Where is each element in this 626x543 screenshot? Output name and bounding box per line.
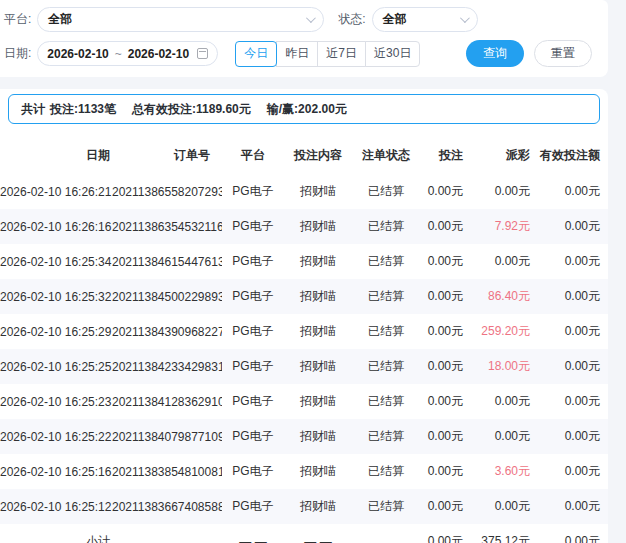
footer-valid-total: 0.00元 <box>532 533 608 543</box>
summary-valid-bets: 总有效投注:1189.60元 <box>132 101 251 118</box>
cell-valid-bet-amount: 0.00元 <box>532 393 608 410</box>
header-platform: 平台 <box>222 147 284 164</box>
cell-platform: PG电子 <box>222 183 284 200</box>
cell-platform: PG电子 <box>222 498 284 515</box>
quick-button-today[interactable]: 今日 <box>235 41 277 67</box>
cell-platform: PG电子 <box>222 428 284 445</box>
table-row: 2026-02-10 16:25:16 2021138385481008128 … <box>0 454 608 489</box>
cell-order-number: 2021138635453211648 <box>112 220 222 234</box>
quick-button-last7days[interactable]: 近7日 <box>317 41 366 67</box>
cell-payout: 0.00元 <box>468 393 532 410</box>
header-bet-status: 注单状态 <box>352 147 420 164</box>
cell-order-number: 2021138412836291072 <box>112 395 222 409</box>
table-row: 2026-02-10 16:25:25 2021138423342983168 … <box>0 349 608 384</box>
cell-bet-content: 招财喵 <box>284 218 352 235</box>
cell-payout: 0.00元 <box>468 183 532 200</box>
summary-total-bets-label: 投注: <box>50 102 78 116</box>
summary-bar: 共计 投注:1133笔 总有效投注:1189.60元 输/赢:202.00元 <box>8 94 600 124</box>
cell-bet-status: 已结算 <box>352 288 420 305</box>
cell-date: 2026-02-10 16:25:23 <box>0 395 112 409</box>
quick-button-yesterday[interactable]: 昨日 <box>276 41 318 67</box>
cell-payout: 3.60元 <box>468 463 532 480</box>
header-bet-content: 投注内容 <box>284 147 352 164</box>
cell-order-number: 2021138385481008128 <box>112 465 222 479</box>
cell-valid-bet-amount: 0.00元 <box>532 183 608 200</box>
footer-content-dash: — — <box>284 535 352 543</box>
cell-bet-content: 招财喵 <box>284 183 352 200</box>
footer-subtotal-label: 小计 <box>0 533 112 543</box>
summary-win-loss-label: 输/赢: <box>267 102 298 116</box>
cell-valid-bet-amount: 0.00元 <box>532 288 608 305</box>
cell-valid-bet-amount: 0.00元 <box>532 463 608 480</box>
cell-platform: PG电子 <box>222 463 284 480</box>
chevron-down-icon <box>306 13 316 23</box>
cell-date: 2026-02-10 16:25:16 <box>0 465 112 479</box>
summary-valid-bets-value: 1189.60元 <box>196 102 251 116</box>
footer-platform-dash: — — <box>222 535 284 543</box>
cell-valid-bet-amount: 0.00元 <box>532 498 608 515</box>
status-select-value: 全部 <box>383 11 407 28</box>
cell-date: 2026-02-10 16:25:25 <box>0 360 112 374</box>
table-header-row: 日期 订单号 平台 投注内容 注单状态 投注 派彩 有效投注额 <box>0 136 608 174</box>
footer-payout-total: 375.12元 <box>468 533 532 543</box>
date-start-value: 2026-02-10 <box>47 47 108 61</box>
table-row: 2026-02-10 16:25:32 2021138450022989315 … <box>0 279 608 314</box>
cell-platform: PG电子 <box>222 393 284 410</box>
cell-date: 2026-02-10 16:26:21 <box>0 185 112 199</box>
cell-bet-status: 已结算 <box>352 498 420 515</box>
date-range-picker[interactable]: 2026-02-10 ~ 2026-02-10 <box>37 41 218 66</box>
summary-total-bets: 投注:1133笔 <box>50 101 116 118</box>
table-row: 2026-02-10 16:26:16 2021138635453211648 … <box>0 209 608 244</box>
quick-button-last30days[interactable]: 近30日 <box>365 41 420 67</box>
table-row: 2026-02-10 16:26:21 2021138655820729344 … <box>0 174 608 209</box>
platform-select[interactable]: 全部 <box>37 7 324 32</box>
cell-bet-amount: 0.00元 <box>420 218 468 235</box>
summary-total-bets-value: 1133笔 <box>78 102 116 116</box>
cell-platform: PG电子 <box>222 288 284 305</box>
platform-label: 平台: <box>4 11 31 28</box>
cell-date: 2026-02-10 16:25:12 <box>0 500 112 514</box>
cell-valid-bet-amount: 0.00元 <box>532 358 608 375</box>
header-bet-amount: 投注 <box>420 147 468 164</box>
cell-bet-status: 已结算 <box>352 323 420 340</box>
table-row: 2026-02-10 16:25:34 2021138461544761345 … <box>0 244 608 279</box>
cell-bet-amount: 0.00元 <box>420 183 468 200</box>
cell-bet-amount: 0.00元 <box>420 428 468 445</box>
cell-bet-content: 招财喵 <box>284 288 352 305</box>
header-valid-bet-amount: 有效投注额 <box>532 147 608 164</box>
cell-valid-bet-amount: 0.00元 <box>532 253 608 270</box>
cell-date: 2026-02-10 16:25:29 <box>0 325 112 339</box>
reset-button[interactable]: 重置 <box>534 40 592 67</box>
status-label: 状态: <box>338 11 365 28</box>
summary-prefix: 共计 <box>21 101 45 118</box>
status-select[interactable]: 全部 <box>372 7 478 32</box>
cell-payout: 86.40元 <box>468 288 532 305</box>
cell-payout: 0.00元 <box>468 253 532 270</box>
table-body: 2026-02-10 16:26:21 2021138655820729344 … <box>0 174 608 524</box>
filter-row-2: 日期: 2026-02-10 ~ 2026-02-10 今日 昨日 近7日 近3… <box>4 40 600 67</box>
table-row: 2026-02-10 16:25:22 2021138407987710976 … <box>0 419 608 454</box>
cell-bet-amount: 0.00元 <box>420 288 468 305</box>
table-row: 2026-02-10 16:25:29 2021138439096822784 … <box>0 314 608 349</box>
cell-order-number: 2021138461544761345 <box>112 255 222 269</box>
summary-win-loss: 输/赢:202.00元 <box>267 101 347 118</box>
cell-date: 2026-02-10 16:25:22 <box>0 430 112 444</box>
cell-valid-bet-amount: 0.00元 <box>532 218 608 235</box>
cell-order-number: 2021138655820729344 <box>112 185 222 199</box>
cell-payout: 0.00元 <box>468 498 532 515</box>
cell-order-number: 2021138450022989315 <box>112 290 222 304</box>
cell-order-number: 2021138366740858881 <box>112 500 222 514</box>
cell-order-number: 2021138439096822784 <box>112 325 222 339</box>
cell-bet-status: 已结算 <box>352 358 420 375</box>
search-button[interactable]: 查询 <box>466 40 524 67</box>
platform-select-value: 全部 <box>48 11 72 28</box>
cell-bet-content: 招财喵 <box>284 253 352 270</box>
cell-valid-bet-amount: 0.00元 <box>532 323 608 340</box>
cell-bet-content: 招财喵 <box>284 323 352 340</box>
cell-bet-status: 已结算 <box>352 463 420 480</box>
header-date: 日期 <box>0 147 112 164</box>
table-row: 2026-02-10 16:25:12 2021138366740858881 … <box>0 489 608 524</box>
cell-payout: 0.00元 <box>468 428 532 445</box>
cell-bet-status: 已结算 <box>352 428 420 445</box>
table-row: 2026-02-10 16:25:23 2021138412836291072 … <box>0 384 608 419</box>
